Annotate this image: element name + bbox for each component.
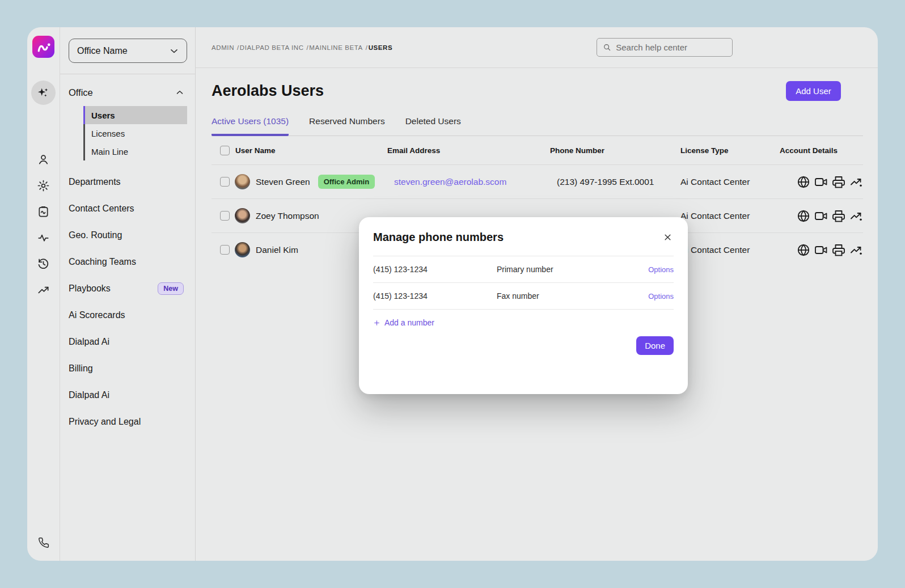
dialpad-ai-logo[interactable] [32,36,54,58]
select-all-checkbox[interactable] [220,146,230,155]
sidebar-item-main-line[interactable]: Main Line [85,142,187,160]
sidebar-item-label: Dialpad Ai [69,337,184,347]
sidebar-item-licenses[interactable]: Licenses [85,124,187,142]
breadcrumb: ADMIN/DIALPAD BETA INC/MAINLINE BETA/USE… [212,44,597,51]
phone-number-row: (415) 123-1234 Fax number Options [373,283,674,310]
web-access-button[interactable] [797,243,810,257]
fax-button[interactable] [832,243,845,257]
breadcrumb-company[interactable]: DIALPAD BETA INC [240,44,304,51]
search-icon [603,43,611,52]
add-number-link[interactable]: Add a number [373,318,434,327]
search-input[interactable] [616,43,726,52]
trending-up-icon [37,284,50,297]
tab-bar: Active Users (1035) Reserved Numbers Del… [212,116,863,136]
row-checkbox[interactable] [220,177,230,187]
printer-icon [832,175,845,189]
ai-wave-logo-icon [35,39,52,56]
sidebar-item-departments[interactable]: Departments [60,168,195,195]
activity-button[interactable] [849,209,863,223]
user-name: Daniel Kim [256,245,298,255]
activity-button[interactable] [849,243,863,257]
avatar [235,208,250,223]
activity-rail-button[interactable] [37,231,50,244]
done-button[interactable]: Done [636,336,674,355]
activity-button[interactable] [849,175,863,189]
office-name-value: Office Name [77,46,168,56]
sidebar-item-billing[interactable]: Billing [60,355,195,382]
help-search[interactable] [597,38,733,57]
avatar [235,174,250,189]
modal-title: Manage phone numbers [373,231,674,244]
sidebar-item-label: Licenses [91,129,125,138]
modal-close-button[interactable] [660,230,675,245]
trending-up-dot-icon [849,175,863,189]
video-camera-icon [814,175,828,189]
row-checkbox[interactable] [220,245,230,255]
user-license: Ai Contact Center [677,245,780,255]
user-email-link[interactable]: steven.green@aerolab.scom [387,177,550,187]
fax-button[interactable] [832,209,845,223]
sidebar-item-dialpad-ai[interactable]: Dialpad Ai [60,328,195,355]
office-name-select[interactable]: Office Name [69,39,187,63]
users-rail-button[interactable] [37,153,50,166]
page-title: Aerolabs Users [212,82,786,100]
table-header: User Name Email Address Phone Number Lic… [212,136,863,164]
sidebar-item-label: Dialpad Ai [69,390,184,400]
globe-icon [797,175,810,189]
playbooks-rail-button[interactable] [37,205,50,218]
tab-reserved-numbers[interactable]: Reserved Numbers [309,116,385,136]
sidebar-item-playbooks[interactable]: Playbooks New [60,275,195,302]
office-section-label: Office [69,87,175,98]
sidebar-item-label: Geo. Routing [69,230,184,240]
app-window: Office Name Office Users Licenses Main L… [27,27,878,561]
account-detail-actions [780,175,863,189]
sidebar-section-office[interactable]: Office [60,80,195,105]
sidebar-item-privacy-legal[interactable]: Privacy and Legal [60,408,195,435]
video-camera-icon [814,243,828,257]
column-user-name: User Name [235,146,276,155]
fax-button[interactable] [832,175,845,189]
column-phone: Phone Number [550,146,677,155]
sidebar-item-label: Main Line [91,147,128,156]
web-access-button[interactable] [797,209,810,223]
video-button[interactable] [814,243,828,257]
web-access-button[interactable] [797,175,810,189]
breadcrumb-separator: / [307,44,309,51]
column-account-details: Account Details [780,146,863,155]
sidebar-item-dialpad-ai-2[interactable]: Dialpad Ai [60,382,195,408]
user-phone: (213) 497-1995 Ext.0001 [550,177,677,187]
options-link[interactable]: Options [648,265,674,274]
close-icon [662,232,673,243]
column-email: Email Address [387,146,550,155]
options-link[interactable]: Options [648,292,674,301]
sidebar-item-ai-scorecards[interactable]: Ai Scorecards [60,302,195,328]
analytics-rail-button[interactable] [37,284,50,297]
ai-sparkle-button[interactable] [31,81,56,105]
sidebar-item-geo-routing[interactable]: Geo. Routing [60,222,195,248]
sidebar-item-coaching-teams[interactable]: Coaching Teams [60,248,195,275]
row-checkbox[interactable] [220,211,230,221]
breadcrumb-separator: / [366,44,368,51]
sidebar-item-users[interactable]: Users [85,106,187,124]
sidebar-item-contact-centers[interactable]: Contact Centers [60,195,195,222]
history-rail-button[interactable] [37,257,50,270]
video-button[interactable] [814,175,828,189]
sidebar-nav: Office Users Licenses Main Line Departme… [60,74,195,435]
tab-deleted-users[interactable]: Deleted Users [405,116,461,136]
manage-phone-numbers-modal: Manage phone numbers (415) 123-1234 Prim… [359,217,688,394]
settings-rail-button[interactable] [37,179,50,192]
sidebar-item-label: Playbooks [69,284,158,294]
breadcrumb-office[interactable]: MAINLINE BETA [309,44,363,51]
user-license: Ai Contact Center [677,211,780,221]
phone-rail-button[interactable] [38,537,49,548]
video-button[interactable] [814,209,828,223]
breadcrumb-admin[interactable]: ADMIN [212,44,234,51]
column-license: License Type [677,146,780,155]
add-user-button[interactable]: Add User [786,81,841,101]
phone-number-type: Primary number [497,265,648,274]
account-detail-actions [780,243,863,257]
history-clock-icon [37,257,50,270]
trending-up-dot-icon [849,209,863,223]
plus-icon [373,319,380,327]
tab-active-users[interactable]: Active Users (1035) [212,116,289,136]
